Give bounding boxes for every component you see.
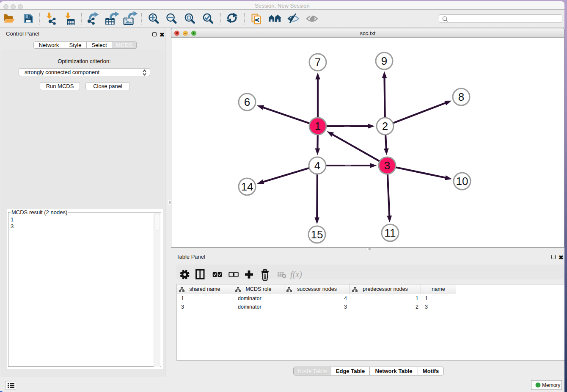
svg-text:f(x): f(x) [290,270,302,279]
svg-text:1: 1 [315,120,321,133]
svg-text:7: 7 [315,56,321,69]
svg-text:10: 10 [456,175,468,188]
svg-text:3: 3 [384,159,390,172]
svg-text:4: 4 [314,159,320,172]
svg-text:9: 9 [381,55,387,67]
svg-text:2: 2 [382,120,388,133]
svg-text:11: 11 [385,226,396,239]
svg-text:6: 6 [244,96,250,108]
svg-text:14: 14 [241,180,253,193]
svg-text:15: 15 [311,228,323,241]
svg-text:8: 8 [458,91,464,103]
